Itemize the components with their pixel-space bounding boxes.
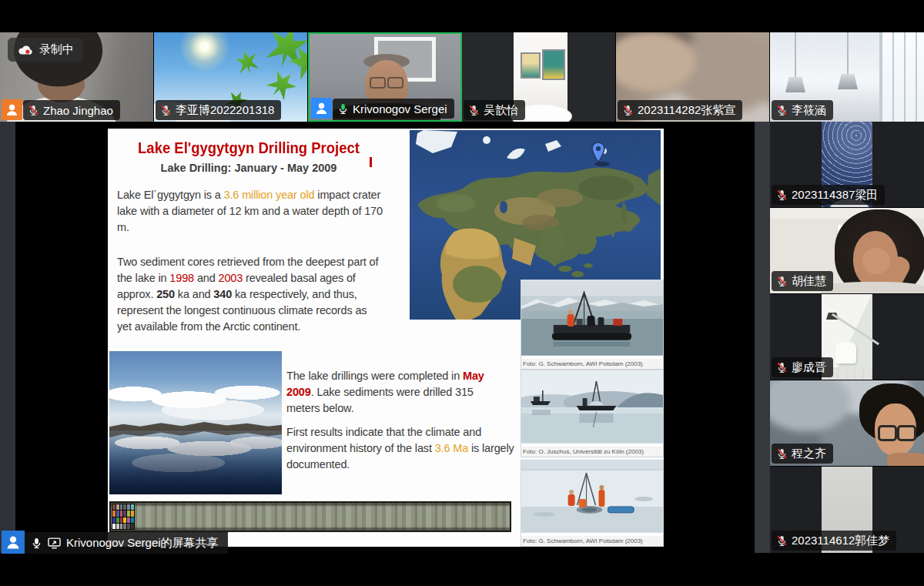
color-checker-card [112,504,135,530]
video-tile-lixiaohan[interactable]: 李筱涵 [770,32,924,122]
participant-name: 廖成晋 [792,360,826,375]
photo-drilling-platform: Foto: G. Schwamborn, AWI Potsdam (2003) [521,280,664,370]
paragraph-intro: Lake El´gygytgyn is a 3.6 million year o… [117,187,383,236]
person-icon [4,102,20,118]
participant-name: 2023114282张紫宣 [638,103,735,118]
participant-name: 程之齐 [792,447,826,461]
mic-muted-icon [776,276,788,287]
paragraph-completed: The lake drillings were completed in May… [286,368,504,417]
chair-shape [835,342,856,363]
slide-title: Lake El'gygytgyn Drilling Project [125,139,373,157]
paragraph-cores: Two sediment cores retrieved from the de… [117,254,383,335]
participant-name-label: 2023114282张紫宣 [618,100,742,120]
drilling-platform-photo-svg [521,280,663,356]
video-tile-sergei-active-speaker[interactable]: Krivonogov Sergei [308,32,462,122]
participant-name-label: 李亚博2022201318 [156,100,281,120]
photo-caption: Foto: G. Schwamborn, AWI Potsdam (2003) [521,359,663,369]
slide-subtitle: Lake Drilling: January - May 2009 [108,162,390,174]
mic-icon [31,537,42,549]
lamp-stem-shape [795,32,796,77]
recording-indicator[interactable]: 录制中 [8,38,83,62]
stage-left-gutter [0,122,15,553]
photo-caption: Foto: O. Juschus, Universität zu Köln (2… [521,447,663,457]
participant-name: 李亚博2022201318 [176,103,274,118]
avatar [2,99,22,120]
wall-art-shape [521,52,541,79]
participant-name-label: Krivonogov Sergei [333,99,454,119]
mic-muted-icon [160,105,172,116]
mic-muted-icon [622,105,634,116]
participant-name: 2023114612郭佳梦 [792,534,889,548]
participant-name: 2023114387梁田 [792,188,878,203]
glasses-shape [370,77,386,89]
sediment-core-image [109,501,511,532]
photo-caption: Foto: G. Schwamborn, AWI Potsdam (2003) [521,536,663,546]
participant-name: 吴歆怡 [484,103,518,118]
shoulder-shape [887,453,924,467]
mic-active-icon [337,103,349,115]
participant-name: Krivonogov Sergei [353,102,447,116]
person-icon [313,100,330,116]
participant-name-label: 吴歆怡 [464,100,525,120]
participant-name: 李筱涵 [792,103,826,118]
screen-share-text: Krivonogov Sergei的屏幕共享 [66,536,219,551]
ice-drilling-photo-svg [521,460,663,533]
mic-muted-icon [776,105,788,116]
photo-lake-boats: Foto: O. Juschus, Universität zu Köln (2… [521,370,664,457]
participant-name-label: 2023114387梁田 [772,185,885,205]
video-tile-liyabo[interactable]: 李亚博2022201318 [154,32,308,122]
mic-muted-icon [776,448,788,460]
hand-shape [862,248,890,274]
wall-art-shape [542,49,565,80]
video-tile-liang[interactable]: 2023114387梁田 [770,122,924,208]
glasses-shape [878,425,897,441]
paragraph-results: First results indicate that the climate … [286,424,519,473]
photo-ice-drilling: Foto: G. Schwamborn, AWI Potsdam (2003) [521,460,664,547]
meeting-window: Zhao Jinghao 李亚博2022201318 Krivonogov Se… [0,0,924,586]
recording-label: 录制中 [39,42,74,57]
avatar [311,98,332,119]
mic-muted-icon [28,105,39,116]
shirt-shape [821,282,924,294]
participant-name-label: 胡佳慧 [772,271,833,291]
presentation-slide: Lake El'gygytgyn Drilling Project Lake D… [108,129,664,547]
participant-name: 胡佳慧 [792,274,826,289]
hill-reflection-shape [109,430,282,437]
lake-boats-photo-svg [521,370,663,444]
participant-name-label: 廖成晋 [772,357,833,377]
mic-muted-icon [776,189,788,201]
participant-name-label: 2023114612郭佳梦 [772,531,896,551]
share-avatar [2,531,25,554]
mic-muted-icon [776,362,788,373]
person-icon [4,533,22,551]
participant-name-label: 李筱涵 [772,100,833,120]
lake-panorama-image [109,351,282,494]
video-tile-wu[interactable]: 吴歆怡 [462,32,616,122]
video-tile-hu[interactable]: 胡佳慧 [770,208,924,294]
hill-silhouette-shape [109,421,282,430]
cloud-record-icon [17,44,33,55]
participant-name-label: 程之齐 [772,444,833,464]
stair-rail-shape [832,313,879,346]
video-tile-liao[interactable]: 廖成晋 [770,294,924,380]
participant-name: Zhao Jinghao [43,104,113,117]
participant-name-label: Zhao Jinghao [23,100,120,120]
stage-right-gutter [755,122,770,553]
mic-muted-icon [776,535,788,547]
screen-share-icon [48,537,61,549]
glasses-shape [387,77,403,89]
video-tile-zhang[interactable]: 2023114282张紫宣 [616,32,770,122]
video-tile-cheng[interactable]: 程之齐 [770,380,924,467]
mic-muted-icon [468,105,480,116]
window-shape [879,32,924,122]
screen-share-label: Krivonogov Sergei的屏幕共享 [25,532,228,554]
lamp-stem-shape [847,32,849,74]
video-tile-guo[interactable]: 2023114612郭佳梦 [770,467,924,553]
glasses-shape [897,425,916,441]
